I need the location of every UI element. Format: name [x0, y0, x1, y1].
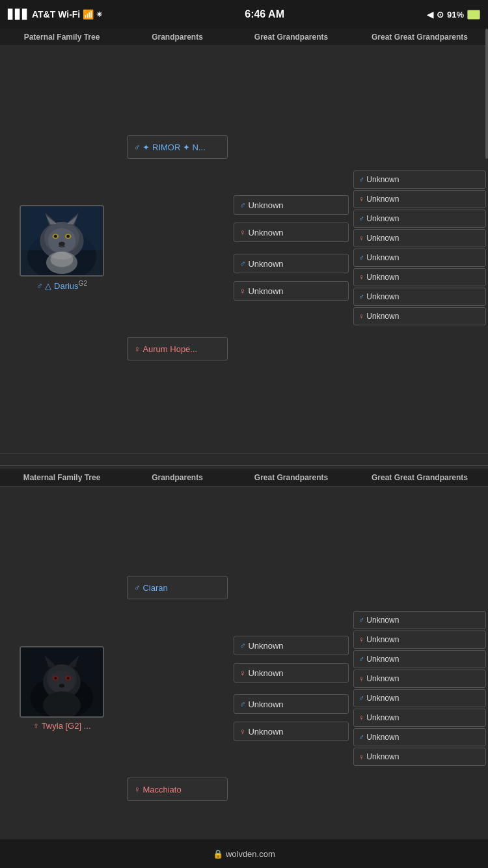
pat-ggp-mat-father[interactable]: ♂ Unknown: [234, 254, 349, 273]
paternal-gp-header: Grandparents: [124, 29, 231, 46]
maternal-gp-paternal-node[interactable]: ♂ Ciaran: [127, 576, 228, 599]
maternal-gggp-col: ♂ Unknown ♀ Unknown ♂ Unknown ♀ Unknown …: [351, 487, 488, 868]
wifi-icon: 📶: [83, 9, 94, 20]
mat-ggp-mat-father-name[interactable]: Unknown: [248, 699, 283, 709]
pat-ggp-mat-father-name[interactable]: Unknown: [248, 259, 283, 269]
darius-name[interactable]: Darius: [54, 281, 79, 291]
svg-rect-17: [21, 206, 102, 275]
pat-ggp-pat-father[interactable]: ♂ Unknown: [234, 195, 349, 215]
paternal-gp-maternal-name[interactable]: Aurum Hope...: [142, 344, 197, 354]
pat-ggp-pat-mother-name[interactable]: Unknown: [248, 228, 283, 237]
maternal-gp-maternal-name[interactable]: Macchiato: [142, 785, 181, 794]
footer: 🔒 wolvden.com: [0, 839, 488, 868]
maternal-gp-paternal-name[interactable]: Ciaran: [142, 583, 167, 593]
scrollbar[interactable]: [485, 29, 488, 159]
paternal-gggp-col: ♂ Unknown ♀ Unknown ♂ Unknown ♀ Unknown …: [351, 46, 488, 450]
darius-gen: G2: [79, 280, 87, 287]
darius-triangle: △: [45, 281, 54, 291]
maternal-ggp-col: ♂ Unknown ♀ Unknown ♂ Unknown ♀ Unknown: [231, 487, 351, 868]
paternal-section-header: Paternal Family Tree Grandparents Great …: [0, 29, 488, 46]
mat-gggp-pmmm[interactable]: ♀ Unknown: [353, 748, 486, 766]
mat-gggp-ppmm[interactable]: ♀ Unknown: [353, 670, 486, 688]
loading-icon: ✳: [96, 10, 102, 19]
footer-url[interactable]: wolvden.com: [226, 849, 275, 859]
maternal-gp-maternal-node[interactable]: ♀ Macchiato: [127, 778, 228, 801]
pat-gggp-pmff[interactable]: ♂ Unknown: [353, 249, 486, 267]
mat-gggp-pmmf[interactable]: ♂ Unknown: [353, 728, 486, 746]
mat-ggp-mat-mother-name[interactable]: Unknown: [248, 727, 283, 737]
paternal-gggp-header: Great Great Grandparents: [351, 29, 488, 46]
section-divider: [0, 453, 488, 466]
mat-ggp-pat-mother[interactable]: ♀ Unknown: [234, 663, 349, 683]
paternal-ggp-header: Great Grandparents: [231, 29, 351, 46]
lock-icon: 🔒: [213, 849, 223, 859]
paternal-subject-col: ♂ △ DariusG2: [0, 46, 124, 450]
maternal-gp-header: Grandparents: [124, 469, 231, 486]
pat-gggp-pmmm[interactable]: ♀ Unknown: [353, 307, 486, 325]
status-bar: ▋▋▋ AT&T Wi-Fi 📶 ✳ 6:46 AM ◀ ⊙ 91% ▉: [0, 0, 488, 29]
paternal-gp-maternal-node[interactable]: ♀ Aurum Hope...: [127, 337, 228, 360]
maternal-section-header: Maternal Family Tree Grandparents Great …: [0, 469, 488, 487]
pat-gggp-ppff[interactable]: ♂ Unknown: [353, 170, 486, 189]
signal-icon: ▋▋▋: [8, 9, 29, 20]
darius-avatar[interactable]: [20, 205, 104, 277]
paternal-ggp-col: ♂ Unknown ♀ Unknown ♂ Unknown ♀ Unknown: [231, 46, 351, 450]
mat-ggp-pat-mother-name[interactable]: Unknown: [248, 668, 283, 678]
twyla-name[interactable]: Twyla [G2] ...: [42, 721, 91, 731]
mat-ggp-mat-father[interactable]: ♂ Unknown: [234, 694, 349, 714]
pat-ggp-pat-mother[interactable]: ♀ Unknown: [234, 223, 349, 242]
paternal-gp-col: ♂ ✦ RIMOR ✦ N... ♀ Aurum Hope...: [124, 46, 231, 450]
mat-ggp-pat-father[interactable]: ♂ Unknown: [234, 636, 349, 655]
mat-gggp-pmfm[interactable]: ♀ Unknown: [353, 709, 486, 727]
twyla-label: ♀ Twyla [G2] ...: [33, 721, 91, 731]
paternal-gp-paternal-name[interactable]: ✦ RIMOR ✦ N...: [142, 142, 205, 152]
pat-ggp-mat-mother-name[interactable]: Unknown: [248, 286, 283, 296]
mat-gggp-pmff[interactable]: ♂ Unknown: [353, 689, 486, 707]
paternal-tree-header: Paternal Family Tree: [0, 29, 124, 46]
status-left: ▋▋▋ AT&T Wi-Fi 📶 ✳: [8, 9, 102, 20]
mat-gggp-ppff[interactable]: ♂ Unknown: [353, 611, 486, 629]
battery-icon: ▉: [467, 10, 480, 20]
twyla-gender-sym: ♀: [33, 721, 40, 731]
mat-gggp-ppmf[interactable]: ♂ Unknown: [353, 650, 486, 668]
time-display: 6:46 AM: [245, 8, 284, 20]
mat-gggp-ppfm[interactable]: ♀ Unknown: [353, 631, 486, 649]
darius-label: ♂ △ DariusG2: [36, 280, 87, 291]
status-right: ◀ ⊙ 91% ▉: [427, 10, 480, 20]
mat-ggp-pat-father-name[interactable]: Unknown: [248, 641, 283, 651]
pat-gggp-pmfm[interactable]: ♀ Unknown: [353, 268, 486, 286]
pat-gggp-pmmf[interactable]: ♂ Unknown: [353, 288, 486, 306]
paternal-gp-paternal-node[interactable]: ♂ ✦ RIMOR ✦ N...: [127, 135, 228, 159]
pat-ggp-pat-father-name[interactable]: Unknown: [248, 200, 283, 210]
pat-ggp-mat-mother[interactable]: ♀ Unknown: [234, 281, 349, 301]
maternal-gp-col: ♂ Ciaran ♀ Macchiato: [124, 487, 231, 868]
maternal-ggp-header: Great Grandparents: [231, 469, 351, 486]
darius-gender-sym: ♂: [36, 281, 43, 291]
pat-gggp-ppmm[interactable]: ♀ Unknown: [353, 229, 486, 247]
location-icon: ◀: [427, 10, 433, 20]
pat-gggp-ppfm[interactable]: ♀ Unknown: [353, 190, 486, 208]
twyla-avatar[interactable]: [20, 646, 104, 718]
carrier-label: AT&T Wi-Fi: [32, 9, 80, 20]
mat-ggp-mat-mother[interactable]: ♀ Unknown: [234, 722, 349, 741]
battery-label: 91%: [447, 10, 464, 20]
paternal-family-layout: ♂ △ DariusG2 ♂ ✦ RIMOR ✦ N... ♀ Aurum Ho…: [0, 46, 488, 450]
maternal-subject-col: ♀ Twyla [G2] ...: [0, 487, 124, 868]
pat-gggp-ppmf[interactable]: ♂ Unknown: [353, 210, 486, 228]
maternal-gggp-header: Great Great Grandparents: [351, 469, 488, 486]
maternal-tree-header: Maternal Family Tree: [0, 469, 124, 486]
circle-icon: ⊙: [437, 10, 444, 20]
svg-rect-32: [21, 647, 102, 716]
maternal-family-layout: ♀ Twyla [G2] ... ♂ Ciaran ♀ Macchiato ♂ …: [0, 487, 488, 868]
